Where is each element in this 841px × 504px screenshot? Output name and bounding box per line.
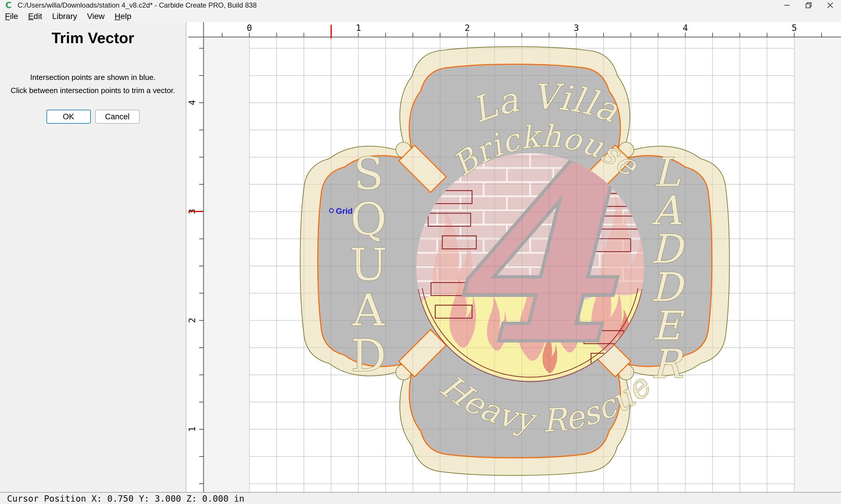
restore-button[interactable] — [798, 0, 819, 11]
badge-left-word-letter[interactable]: D — [351, 330, 386, 381]
close-icon — [827, 2, 834, 8]
menu-item-file[interactable]: File — [0, 11, 23, 22]
status-bar: Cursor Position X: 0.750 Y: 3.000 Z: 0.0… — [0, 492, 841, 504]
badge-left-word-letter[interactable]: S — [353, 148, 384, 199]
window-title: C:/Users/willa/Downloads/station 4_v8.c2… — [18, 1, 257, 9]
app-logo-icon: C — [3, 1, 14, 10]
restore-icon — [805, 2, 812, 8]
minimize-icon — [784, 2, 790, 8]
ok-button[interactable]: OK — [47, 110, 91, 124]
h-ruler-label-1: 1 — [356, 23, 361, 33]
menu-bar: FileEditLibraryViewHelp — [0, 11, 841, 22]
v-ruler-label-1: 1 — [188, 427, 197, 432]
grid-lines-overlay — [250, 37, 794, 492]
h-ruler-label-4: 4 — [683, 23, 688, 33]
design-canvas[interactable]: 4 La Villa Brickhouse Heavy Rescue SQUAD… — [188, 22, 841, 492]
badge-left-word-letter[interactable]: U — [350, 239, 387, 290]
instruction-line-2: Click between intersection points to tri… — [0, 86, 186, 95]
page-title: Trim Vector — [0, 29, 186, 47]
instruction-line-1: Intersection points are shown in blue. — [0, 73, 186, 82]
h-ruler-label-5: 5 — [792, 23, 797, 33]
badge-left-word-letter[interactable]: A — [352, 284, 385, 336]
cursor-position-readout: Cursor Position X: 0.750 Y: 3.000 Z: 0.0… — [7, 493, 244, 504]
h-ruler-label-2: 2 — [465, 23, 470, 33]
menu-item-view[interactable]: View — [82, 11, 109, 22]
vertical-ruler — [188, 22, 204, 492]
menu-item-library[interactable]: Library — [47, 11, 82, 22]
h-ruler-label-0: 0 — [247, 23, 252, 33]
h-ruler-label-3: 3 — [574, 23, 579, 33]
close-button[interactable] — [819, 0, 841, 11]
badge-left-word-letter[interactable]: Q — [350, 193, 387, 245]
horizontal-ruler — [188, 22, 841, 37]
trim-vector-panel: Trim Vector Intersection points are show… — [0, 22, 186, 492]
title-bar: C C:/Users/willa/Downloads/station 4_v8.… — [0, 0, 841, 11]
menu-item-edit[interactable]: Edit — [23, 11, 47, 22]
minimize-button[interactable] — [776, 0, 798, 11]
cancel-button[interactable]: Cancel — [95, 110, 140, 124]
grid-marker-label: Grid — [336, 206, 353, 216]
v-ruler-label-4: 4 — [188, 100, 197, 105]
menu-item-help[interactable]: Help — [109, 11, 136, 22]
v-ruler-label-2: 2 — [188, 318, 197, 323]
window-controls — [776, 0, 841, 11]
